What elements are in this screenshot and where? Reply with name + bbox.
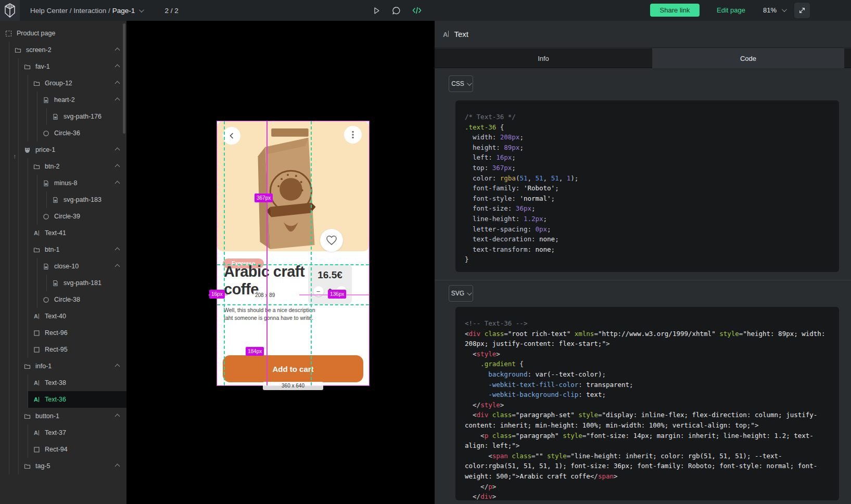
share-link-button[interactable]: Share link — [650, 4, 700, 17]
chevron-down-icon — [467, 81, 472, 86]
layer-row-btn-1[interactable]: btn-1 — [28, 241, 126, 258]
collapse-chevron-icon[interactable] — [115, 464, 120, 469]
layer-label: Text-36 — [45, 396, 66, 403]
layer-row-button-1[interactable]: button-1 — [19, 408, 126, 424]
layer-label: minus-8 — [54, 179, 77, 187]
layer-label: svg-path-181 — [63, 279, 101, 287]
layer-row-svg-path-176[interactable]: svg-path-176 — [47, 108, 126, 125]
code-line: text-decoration: none; — [465, 234, 830, 244]
collapse-chevron-icon[interactable] — [115, 264, 120, 269]
fullscreen-button[interactable] — [794, 3, 810, 18]
code-view-button[interactable] — [412, 6, 422, 15]
layer-row-text-37[interactable]: AText-37 — [28, 424, 126, 441]
layer-row-group-12[interactable]: Group-12 — [28, 75, 126, 92]
layer-row-text-40[interactable]: AText-40 — [28, 308, 126, 325]
tab-code[interactable]: Code — [652, 48, 844, 68]
layer-label: Text-40 — [45, 313, 66, 320]
chevron-down-icon — [467, 290, 472, 295]
guide-horizontal-top — [217, 264, 369, 265]
product-page-artboard[interactable]: Expresso Arabic craft coffe 208 x 89 Wel… — [217, 121, 369, 385]
code-line: -webkit-text-fill-color: transparent; — [465, 380, 830, 390]
layer-row-btn-2[interactable]: btn-2 — [28, 158, 126, 175]
add-to-cart-button[interactable]: Add to cart — [223, 355, 363, 382]
collapse-chevron-icon[interactable] — [115, 81, 120, 86]
zoom-dropdown[interactable]: 81% — [763, 6, 785, 14]
page-indicator: 2 / 2 — [164, 7, 178, 15]
layer-label: heart-2 — [54, 96, 75, 104]
mask-arrow-icon: ↑ — [13, 153, 16, 160]
layer-row-text-36[interactable]: AText-36 — [28, 391, 126, 408]
code-line: <style> — [465, 349, 830, 359]
chevron-down-icon — [782, 7, 787, 12]
collapse-chevron-icon[interactable] — [115, 248, 120, 253]
layer-label: Circle-36 — [54, 130, 80, 137]
layer-children: heart-2svg-path-176Circle-36 — [37, 92, 126, 141]
sidebar-scrollbar[interactable] — [123, 23, 125, 134]
collapse-chevron-icon[interactable] — [115, 48, 120, 53]
code-line: <p class="paragraph" style="font-size: 1… — [465, 431, 830, 451]
folder-icon — [33, 246, 40, 253]
svg-dropdown-value: SVG — [451, 290, 464, 297]
layer-row-circle-38[interactable]: Circle-38 — [37, 291, 126, 308]
layer-row-price-1[interactable]: price-1↑ — [19, 141, 126, 158]
more-menu-button[interactable] — [344, 126, 362, 144]
layer-label: Text-41 — [45, 229, 66, 237]
layer-row-text-41[interactable]: AText-41 — [28, 225, 126, 241]
guide-horizontal-bottom — [217, 304, 369, 305]
text-icon: A — [33, 396, 40, 403]
collapse-chevron-icon[interactable] — [115, 98, 120, 103]
tab-info[interactable]: Info — [435, 48, 652, 68]
svg-code-block[interactable]: <!-- Text-36 --><div class="root rich-te… — [455, 307, 839, 500]
app-logo[interactable] — [0, 0, 20, 21]
css-format-dropdown[interactable]: CSS — [449, 75, 473, 92]
layer-row-tag-5[interactable]: tag-5 — [19, 458, 126, 474]
layer-row-circle-39[interactable]: Circle-39 — [37, 208, 126, 225]
layer-row-svg-path-183[interactable]: svg-path-183 — [47, 191, 126, 208]
layer-row-screen-2[interactable]: screen-2 — [9, 42, 126, 58]
layer-row-heart-2[interactable]: heart-2 — [37, 92, 126, 108]
breadcrumb-current[interactable]: Page-1 — [112, 7, 135, 15]
layer-row-rect-96[interactable]: Rect-96 — [28, 325, 126, 341]
circle-icon — [42, 296, 49, 303]
layer-row-product-page[interactable]: Product page — [0, 25, 126, 42]
layer-label: tag-5 — [35, 462, 50, 470]
layer-row-minus-8[interactable]: minus-8 — [37, 175, 126, 191]
svg-file-icon — [42, 96, 49, 104]
code-line: </p> — [465, 482, 830, 492]
collapse-chevron-icon[interactable] — [115, 364, 120, 369]
layer-row-svg-path-181[interactable]: svg-path-181 — [47, 275, 126, 291]
collapse-chevron-icon[interactable] — [115, 414, 120, 419]
layer-row-info-1[interactable]: info-1 — [19, 358, 126, 374]
layer-row-rect-95[interactable]: Rect-95 — [28, 341, 126, 358]
layer-row-rect-94[interactable]: Rect-94 — [28, 441, 126, 458]
comment-button[interactable] — [392, 6, 401, 15]
layers-panel: Product pagescreen-2fav-1Group-12heart-2… — [0, 21, 126, 504]
layer-row-fav-1[interactable]: fav-1 — [19, 58, 126, 75]
code-line: color: rgba(51, 51, 51, 1); — [465, 173, 830, 184]
folder-icon — [33, 80, 40, 87]
code-line: } — [465, 254, 830, 265]
collapse-chevron-icon[interactable] — [115, 148, 120, 153]
favorite-button[interactable] — [320, 229, 343, 252]
play-button[interactable] — [372, 6, 380, 15]
layer-label: Circle-38 — [54, 296, 80, 303]
design-canvas[interactable]: Expresso Arabic craft coffe 208 x 89 Wel… — [126, 21, 435, 504]
collapse-chevron-icon[interactable] — [115, 181, 120, 186]
folder-icon — [23, 363, 31, 370]
selection-dimensions-label: 208 x 89 — [253, 292, 276, 298]
svg-format-dropdown[interactable]: SVG — [449, 285, 473, 302]
css-code-block[interactable]: /* Text-36 */.text-36 { width: 208px; he… — [455, 100, 839, 272]
layer-children: svg-path-176 — [46, 108, 126, 125]
layer-row-text-38[interactable]: AText-38 — [28, 374, 126, 391]
breadcrumb[interactable]: Help Center / Interaction / Page-1 — [30, 7, 143, 15]
back-button[interactable] — [223, 127, 240, 145]
collapse-chevron-icon[interactable] — [115, 164, 120, 170]
code-line: left: 16px; — [465, 152, 830, 163]
code-line: </style> — [465, 400, 830, 410]
chevron-left-icon — [228, 133, 235, 139]
layer-row-circle-36[interactable]: Circle-36 — [37, 125, 126, 141]
collapse-chevron-icon[interactable] — [115, 64, 120, 70]
edit-page-link[interactable]: Edit page — [717, 6, 745, 14]
section-divider — [435, 280, 851, 280]
layer-row-close-10[interactable]: close-10 — [37, 258, 126, 275]
